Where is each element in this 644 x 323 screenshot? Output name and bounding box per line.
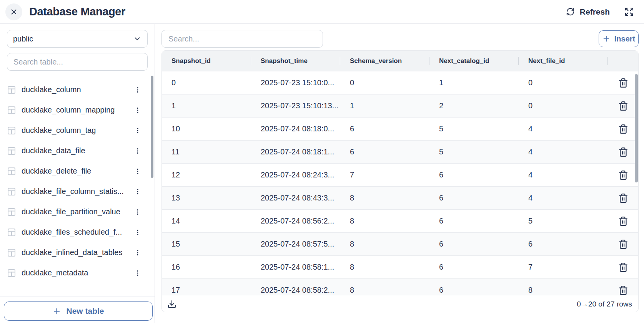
refresh-button[interactable]: Refresh xyxy=(566,7,610,17)
table-item-label: ducklake_file_partition_value xyxy=(22,207,128,216)
cell-next-catalog-id: 1 xyxy=(429,78,519,87)
cell-next-file-id: 0 xyxy=(519,78,608,87)
table-item-menu-button[interactable] xyxy=(133,85,142,94)
delete-row-button[interactable] xyxy=(617,262,629,273)
column-header: Next_catalog_id xyxy=(429,51,519,71)
table-icon xyxy=(7,146,16,156)
cell-snapshot-time: 2025-07-24 08:18:1... xyxy=(251,147,340,156)
table-icon xyxy=(7,126,16,135)
delete-row-button[interactable] xyxy=(617,123,629,135)
grid-scrollbar[interactable] xyxy=(635,74,638,182)
cell-next-file-id: 4 xyxy=(519,171,608,179)
delete-row-button[interactable] xyxy=(617,169,629,181)
sidebar-table-item[interactable]: ducklake_column_mapping xyxy=(0,100,155,120)
fullscreen-button[interactable] xyxy=(624,7,634,17)
cell-snapshot-time: 2025-07-24 08:24:3... xyxy=(251,171,340,179)
sidebar-table-item[interactable]: ducklake_data_file xyxy=(0,141,155,161)
table-row[interactable]: 11 2025-07-24 08:18:1... 6 5 4 xyxy=(162,141,638,164)
delete-row-button[interactable] xyxy=(617,146,629,158)
sidebar-table-item[interactable]: ducklake_file_partition_value xyxy=(0,202,155,222)
table-row[interactable]: 10 2025-07-24 08:18:0... 6 5 4 xyxy=(162,118,638,141)
delete-row-button[interactable] xyxy=(617,100,629,112)
trash-icon xyxy=(618,262,628,272)
sidebar-table-item[interactable]: ducklake_column xyxy=(0,80,155,100)
grid-body: 0 2025-07-23 15:10:0... 0 1 0 1 2025-07-… xyxy=(162,71,638,295)
cell-snapshot-time: 2025-07-24 08:58:1... xyxy=(251,263,340,272)
table-item-menu-button[interactable] xyxy=(133,187,142,196)
delete-row-button[interactable] xyxy=(617,285,629,295)
cell-next-catalog-id: 6 xyxy=(429,171,519,179)
table-item-menu-button[interactable] xyxy=(133,126,142,135)
table-row[interactable]: 12 2025-07-24 08:24:3... 7 6 4 xyxy=(162,164,638,187)
delete-row-button[interactable] xyxy=(617,215,629,227)
trash-icon xyxy=(618,216,628,226)
table-row[interactable]: 0 2025-07-23 15:10:0... 0 1 0 xyxy=(162,71,638,94)
table-item-menu-button[interactable] xyxy=(133,228,142,237)
sidebar-scrollbar[interactable] xyxy=(151,76,153,178)
cell-next-file-id: 4 xyxy=(519,147,608,156)
cell-next-catalog-id: 2 xyxy=(429,101,519,110)
table-item-menu-button[interactable] xyxy=(133,268,142,278)
cell-snapshot-time: 2025-07-23 15:10:13... xyxy=(251,101,340,110)
insert-button[interactable]: Insert xyxy=(599,30,639,47)
table-item-menu-button[interactable] xyxy=(133,248,142,257)
download-icon xyxy=(167,300,176,309)
sidebar-table-item[interactable]: ducklake_file_column_statis... xyxy=(0,181,155,202)
delete-row-button[interactable] xyxy=(617,239,629,250)
table-icon xyxy=(7,167,16,176)
trash-icon xyxy=(618,285,628,295)
new-table-label: New table xyxy=(66,306,104,316)
grid-search-input[interactable] xyxy=(161,30,323,48)
sidebar-table-item[interactable]: ducklake_delete_file xyxy=(0,161,155,181)
sidebar-table-item[interactable]: ducklake_metadata xyxy=(0,263,155,283)
cell-snapshot-time: 2025-07-24 08:18:0... xyxy=(251,124,340,133)
cell-next-file-id: 7 xyxy=(519,263,608,272)
table-row[interactable]: 17 2025-07-24 08:58:2... 8 6 8 xyxy=(162,279,638,295)
cell-snapshot-id: 0 xyxy=(162,78,251,87)
delete-row-button[interactable] xyxy=(617,77,629,89)
table-row[interactable]: 15 2025-07-24 08:57:5... 8 6 6 xyxy=(162,233,638,256)
cell-schema-version: 6 xyxy=(340,124,429,133)
table-row[interactable]: 16 2025-07-24 08:58:1... 8 6 7 xyxy=(162,256,638,279)
main-panel: Insert Snapshot_idSnapshot_timeSchema_ve… xyxy=(155,24,644,323)
cell-next-file-id: 4 xyxy=(519,124,608,133)
close-button[interactable] xyxy=(5,3,22,20)
schema-selector[interactable]: public xyxy=(7,30,148,48)
delete-row-button[interactable] xyxy=(617,192,629,204)
row-count: 0→20 of 27 rows xyxy=(577,300,632,308)
cell-next-catalog-id: 6 xyxy=(429,263,519,272)
table-item-menu-button[interactable] xyxy=(133,146,142,156)
table-item-label: ducklake_column xyxy=(22,85,128,94)
cell-schema-version: 0 xyxy=(340,78,429,87)
table-item-label: ducklake_data_file xyxy=(22,146,128,155)
refresh-icon xyxy=(566,7,575,16)
cell-schema-version: 8 xyxy=(340,240,429,248)
sidebar-table-item[interactable]: ducklake_column_tag xyxy=(0,120,155,141)
table-row[interactable]: 14 2025-07-24 08:56:2... 8 6 5 xyxy=(162,210,638,233)
table-item-menu-button[interactable] xyxy=(133,106,142,115)
table-search-input[interactable] xyxy=(7,53,148,71)
cell-next-catalog-id: 5 xyxy=(429,124,519,133)
table-item-menu-button[interactable] xyxy=(133,167,142,176)
kebab-menu-icon xyxy=(134,167,141,175)
cell-next-file-id: 0 xyxy=(519,101,608,110)
sidebar-table-item[interactable]: ducklake_inlined_data_tables xyxy=(0,242,155,263)
grid-header-row: Snapshot_idSnapshot_timeSchema_versionNe… xyxy=(162,51,638,71)
expand-icon xyxy=(624,7,634,17)
sidebar-table-item[interactable]: ducklake_files_scheduled_f... xyxy=(0,222,155,242)
download-button[interactable] xyxy=(166,299,177,310)
table-icon xyxy=(7,207,16,217)
trash-icon xyxy=(618,239,628,249)
table-row[interactable]: 1 2025-07-23 15:10:13... 1 2 0 xyxy=(162,94,638,118)
trash-icon xyxy=(618,101,628,111)
table-row[interactable]: 13 2025-07-24 08:43:3... 8 6 4 xyxy=(162,187,638,210)
table-item-menu-button[interactable] xyxy=(133,207,142,217)
table-icon xyxy=(7,85,16,94)
cell-snapshot-id: 13 xyxy=(162,194,251,202)
new-table-button[interactable]: New table xyxy=(4,301,153,321)
cell-next-catalog-id: 5 xyxy=(429,147,519,156)
table-item-label: ducklake_files_scheduled_f... xyxy=(22,228,128,237)
chevron-down-icon xyxy=(133,35,141,43)
column-header: Schema_version xyxy=(340,51,429,71)
cell-next-catalog-id: 6 xyxy=(429,240,519,248)
